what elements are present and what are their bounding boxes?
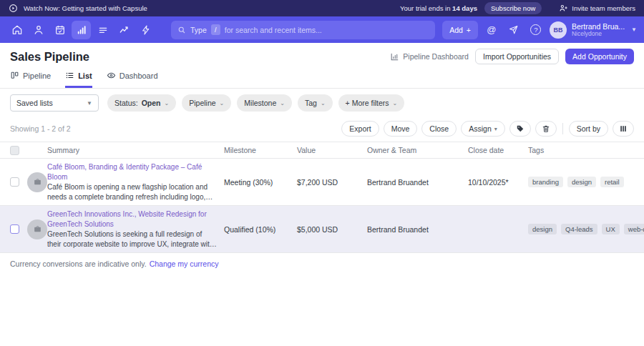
search-input[interactable]: Type / for search and recent items... xyxy=(171,21,435,39)
briefcase-icon xyxy=(33,224,42,234)
user-menu[interactable]: Bertrand Brua... Nicelydone xyxy=(572,22,625,38)
home-icon[interactable] xyxy=(7,21,26,39)
kanban-icon xyxy=(10,71,19,80)
tab-list[interactable]: List xyxy=(65,71,92,88)
move-button[interactable]: Move xyxy=(384,121,418,137)
pipeline-filter[interactable]: Pipeline ⌄ xyxy=(182,94,231,112)
milestone-label: Qualified (10%) xyxy=(224,225,275,234)
milestone-filter[interactable]: Milestone ⌄ xyxy=(237,94,292,112)
tag-action-button[interactable] xyxy=(509,121,531,137)
column-owner[interactable]: Owner & Team xyxy=(367,146,468,154)
column-summary[interactable]: Summary xyxy=(47,146,224,154)
column-tags[interactable]: Tags xyxy=(528,146,644,154)
milestone-label: Meeting (30%) xyxy=(224,178,273,187)
watch-now-link[interactable]: Watch Now: Getting started with Capsule xyxy=(24,4,147,12)
page-header: Sales Pipeline Pipeline List xyxy=(0,43,644,89)
opportunity-description: GreenTech Solutions is seeking a full re… xyxy=(47,229,217,249)
select-all-checkbox[interactable] xyxy=(10,146,19,155)
search-icon xyxy=(177,26,186,34)
plus-icon: + xyxy=(467,26,471,34)
column-value[interactable]: Value xyxy=(297,146,367,154)
organisation-avatar[interactable] xyxy=(27,172,47,192)
owner-cell: Bertrand Bruandet xyxy=(367,178,468,187)
list-toolbar: Showing 1 - 2 of 2 Export Move Close Ass… xyxy=(0,117,644,142)
trial-countdown: Your trial ends in 14 days xyxy=(400,4,477,12)
people-icon[interactable] xyxy=(29,21,48,39)
tasks-icon[interactable] xyxy=(93,21,112,39)
organisation-avatar[interactable] xyxy=(27,219,47,239)
columns-button[interactable] xyxy=(613,121,634,137)
opportunity-rows: Café Bloom, Branding & Identity Package … xyxy=(0,159,644,253)
briefcase-icon xyxy=(33,177,42,187)
column-milestone[interactable]: Milestone xyxy=(224,146,297,154)
trial-banner: Watch Now: Getting started with Capsule … xyxy=(0,0,644,16)
send-icon[interactable] xyxy=(505,21,522,39)
filter-bar: Saved lists ▼ Status: Open ⌄ Pipeline ⌄ … xyxy=(0,89,644,117)
value-cell: $5,000 USD xyxy=(297,225,367,234)
invite-team-button[interactable]: Invite team members xyxy=(559,4,635,13)
close-button[interactable]: Close xyxy=(421,121,457,137)
tag-filter[interactable]: Tag ⌄ xyxy=(298,94,333,112)
status-filter[interactable]: Status: Open ⌄ xyxy=(107,94,176,112)
tag-icon xyxy=(516,124,525,133)
person-plus-icon xyxy=(559,4,568,13)
chevron-down-icon: ⌄ xyxy=(393,100,398,107)
tab-dashboard[interactable]: Dashboard xyxy=(107,71,158,88)
export-button[interactable]: Export xyxy=(341,121,379,137)
user-avatar[interactable]: BB xyxy=(550,21,567,39)
tag-badge: design xyxy=(528,224,557,234)
assign-button[interactable]: Assign ▾ xyxy=(461,121,505,137)
trash-icon xyxy=(542,124,550,133)
tag-badge: branding xyxy=(528,177,563,187)
tags-cell: designQ4-leadsUXweb-designwebsite xyxy=(528,224,644,234)
bolt-icon[interactable] xyxy=(136,21,155,39)
opportunity-title[interactable]: GreenTech Innovations Inc., Website Rede… xyxy=(47,209,217,229)
mentions-icon[interactable]: @ xyxy=(483,21,500,39)
trend-icon[interactable] xyxy=(114,21,134,39)
owner-cell: Bertrand Bruandet xyxy=(367,225,468,234)
table-row[interactable]: GreenTech Innovations Inc., Website Rede… xyxy=(0,206,644,253)
divider xyxy=(562,123,563,134)
chevron-down-icon: ⌄ xyxy=(280,100,285,107)
mini-chart-icon xyxy=(390,52,399,61)
chevron-down-icon: ⌄ xyxy=(220,100,225,107)
column-close-date[interactable]: Close date xyxy=(468,146,528,154)
chevron-down-icon: ⌄ xyxy=(165,100,170,107)
opportunity-title[interactable]: Café Bloom, Branding & Identity Package … xyxy=(47,162,217,182)
search-placeholder: for search and recent items... xyxy=(225,26,322,34)
value-cell: $7,200 USD xyxy=(297,178,367,187)
help-icon[interactable]: ? xyxy=(527,21,545,39)
chevron-down-icon: ⌄ xyxy=(321,100,326,107)
tag-badge: design xyxy=(567,177,596,187)
saved-lists-select[interactable]: Saved lists ▼ xyxy=(10,94,99,112)
more-filters-button[interactable]: + More filters ⌄ xyxy=(338,94,405,112)
tags-cell: brandingdesignretail xyxy=(528,177,644,187)
calendar-icon[interactable] xyxy=(50,21,69,39)
chevron-down-icon: ▾ xyxy=(494,126,497,132)
tag-badge: Q4-leads xyxy=(561,224,597,234)
columns-icon xyxy=(619,124,628,133)
result-count: Showing 1 - 2 of 2 xyxy=(10,124,71,133)
table-header: Summary Milestone Value Owner & Team Clo… xyxy=(0,142,644,159)
tag-badge: web-design xyxy=(624,224,644,234)
add-button[interactable]: Add + xyxy=(442,21,478,39)
opportunity-description: Café Bloom is opening a new flagship loc… xyxy=(47,182,217,202)
row-checkbox[interactable] xyxy=(10,177,19,187)
table-row[interactable]: Café Bloom, Branding & Identity Package … xyxy=(0,159,644,206)
tab-pipeline[interactable]: Pipeline xyxy=(10,71,51,88)
row-checkbox[interactable] xyxy=(10,224,19,234)
tag-badge: retail xyxy=(600,177,624,187)
import-opportunities-button[interactable]: Import Opportunities xyxy=(475,49,559,64)
play-circle-icon[interactable] xyxy=(9,4,18,13)
subscribe-button[interactable]: Subscribe now xyxy=(484,2,542,14)
eye-icon xyxy=(107,71,116,80)
currency-note: Currency conversions are indicative only… xyxy=(0,253,644,275)
pipeline-chart-icon[interactable] xyxy=(72,21,91,39)
sort-by-button[interactable]: Sort by xyxy=(569,121,608,137)
chevron-down-icon[interactable]: ▼ xyxy=(631,26,637,33)
search-type-word: Type xyxy=(190,26,207,34)
pipeline-dashboard-link[interactable]: Pipeline Dashboard xyxy=(390,52,469,61)
delete-button[interactable] xyxy=(535,121,557,137)
add-opportunity-button[interactable]: Add Opportunity xyxy=(565,49,634,64)
change-currency-link[interactable]: Change my currency xyxy=(150,260,219,268)
